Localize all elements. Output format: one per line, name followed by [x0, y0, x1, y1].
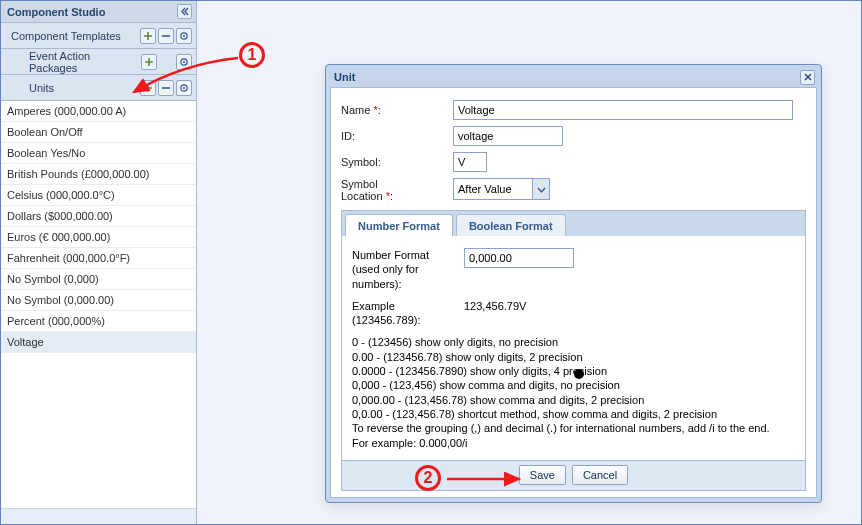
svg-point-5	[183, 86, 185, 88]
list-item[interactable]: Fahrenheit (000,000.0°F)	[1, 248, 196, 269]
plus-icon	[143, 31, 153, 41]
button-bar: Save Cancel	[341, 461, 806, 491]
gear-icon	[179, 31, 189, 41]
tab-content-number-format: Number Format (used only for numbers): E…	[341, 236, 806, 461]
section-label: Component Templates	[11, 30, 121, 42]
symbol-location-label: Symbol Location *:	[341, 178, 453, 202]
list-item[interactable]: Celsius (000,000.0°C)	[1, 185, 196, 206]
add-button[interactable]	[141, 54, 157, 70]
list-item[interactable]: British Pounds (£000,000.00)	[1, 164, 196, 185]
help-line: To reverse the grouping (,) and decimal …	[352, 421, 795, 435]
section-label: Event Action Packages	[29, 50, 139, 74]
dialog-body: Name *: ID: Symbol: Symbol Location *:	[330, 87, 817, 498]
id-label: ID:	[341, 130, 453, 142]
symbol-location-select[interactable]	[453, 178, 550, 200]
help-line: 0 - (123456) show only digits, no precis…	[352, 335, 795, 349]
symbol-location-value[interactable]	[454, 179, 532, 199]
name-input[interactable]	[453, 100, 793, 120]
units-list[interactable]: Amperes (000,000.00 A)Boolean On/OffBool…	[1, 101, 196, 508]
format-help-text: 0 - (123456) show only digits, no precis…	[352, 335, 795, 449]
help-line: 0,000.00 - (123,456.78) show comma and d…	[352, 393, 795, 407]
list-item[interactable]: Boolean Yes/No	[1, 143, 196, 164]
gear-button[interactable]	[176, 28, 192, 44]
chevron-down-icon	[537, 185, 546, 194]
svg-point-1	[183, 34, 185, 36]
dialog-title: Unit	[334, 71, 355, 83]
number-format-label: Number Format (used only for numbers):	[352, 248, 464, 291]
number-format-input[interactable]	[464, 248, 574, 268]
symbol-label: Symbol:	[341, 156, 453, 168]
svg-point-3	[183, 60, 185, 62]
section-component-templates[interactable]: Component Templates	[1, 23, 196, 49]
example-label: Example (123456.789):	[352, 299, 464, 328]
section-event-action-packages[interactable]: Event Action Packages	[1, 49, 196, 75]
dropdown-trigger[interactable]	[532, 179, 549, 199]
plus-icon	[144, 57, 154, 67]
cancel-button[interactable]: Cancel	[572, 465, 628, 485]
id-input[interactable]	[453, 126, 563, 146]
gear-icon	[179, 57, 189, 67]
list-item[interactable]: Euros (€ 000,000.00)	[1, 227, 196, 248]
remove-button[interactable]	[158, 28, 174, 44]
save-button[interactable]: Save	[519, 465, 566, 485]
dialog-titlebar[interactable]: Unit	[330, 69, 817, 87]
cursor-dot	[574, 369, 584, 379]
help-line: 0,000 - (123,456) show comma and digits,…	[352, 378, 795, 392]
horizontal-scrollbar[interactable]	[1, 508, 196, 524]
chevron-double-left-icon	[180, 7, 189, 16]
remove-button[interactable]	[158, 80, 174, 96]
help-line: For example: 0.000,00/i	[352, 436, 795, 450]
panel-title: Component Studio	[7, 6, 105, 18]
panel-header: Component Studio	[1, 1, 196, 23]
collapse-panel-button[interactable]	[177, 4, 192, 19]
tab-number-format[interactable]: Number Format	[345, 214, 453, 236]
example-value: 123,456.79V	[464, 299, 526, 328]
close-button[interactable]	[800, 70, 815, 85]
close-icon	[804, 73, 812, 81]
left-panel: Component Studio Component Templates	[1, 1, 197, 524]
list-item[interactable]: Dollars ($000,000.00)	[1, 206, 196, 227]
section-units[interactable]: Units	[1, 75, 196, 101]
tabs-bar: Number Format Boolean Format	[341, 210, 806, 236]
list-item[interactable]: No Symbol (0,000.00)	[1, 290, 196, 311]
symbol-input[interactable]	[453, 152, 487, 172]
gear-button[interactable]	[176, 80, 192, 96]
unit-dialog: Unit Name *: ID: Symbol:	[325, 64, 822, 503]
gear-icon	[179, 83, 189, 93]
gear-button[interactable]	[176, 54, 192, 70]
list-item[interactable]: Boolean On/Off	[1, 122, 196, 143]
add-button[interactable]	[140, 28, 156, 44]
help-line: 0.00 - (123456.78) show only digits, 2 p…	[352, 350, 795, 364]
list-item[interactable]: Amperes (000,000.00 A)	[1, 101, 196, 122]
name-label: Name *:	[341, 104, 453, 116]
plus-icon	[143, 83, 153, 93]
list-item[interactable]: Voltage	[1, 332, 196, 353]
minus-icon	[161, 83, 171, 93]
list-item[interactable]: Percent (000,000%)	[1, 311, 196, 332]
minus-icon	[161, 31, 171, 41]
list-item[interactable]: No Symbol (0,000)	[1, 269, 196, 290]
add-button[interactable]	[140, 80, 156, 96]
section-label: Units	[29, 82, 54, 94]
tab-boolean-format[interactable]: Boolean Format	[456, 214, 566, 236]
help-line: 0,0.00 - (123,456.78) shortcut method, s…	[352, 407, 795, 421]
